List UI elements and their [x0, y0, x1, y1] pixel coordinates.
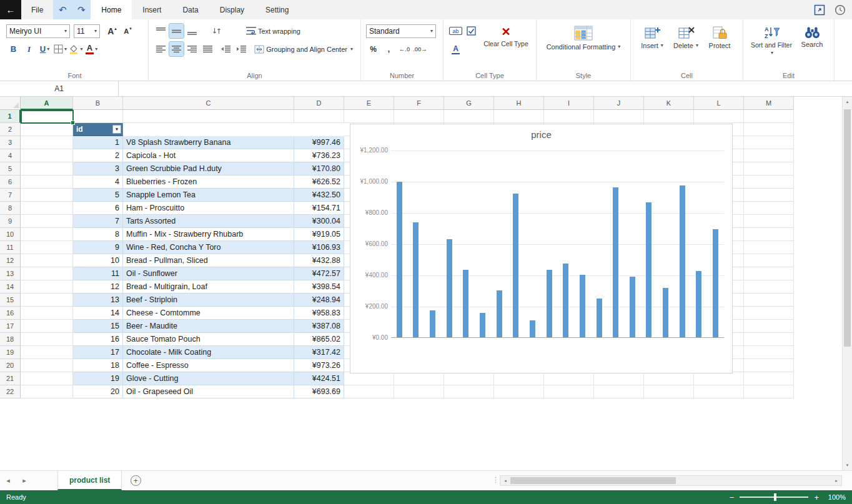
cell-G1[interactable]	[444, 110, 494, 123]
decrease-indent-button[interactable]	[219, 42, 233, 56]
cell-M15[interactable]	[744, 294, 794, 307]
row-header-20[interactable]: 20	[0, 359, 21, 372]
row-header-18[interactable]: 18	[0, 333, 21, 346]
cell-K1[interactable]	[644, 110, 694, 123]
cell-D15[interactable]: ¥248.94	[294, 294, 344, 307]
cell-D19[interactable]: ¥317.42	[294, 346, 344, 359]
cell-I22[interactable]	[544, 385, 594, 398]
cell-C7[interactable]: Snapple Lemon Tea	[123, 189, 294, 202]
zoom-slider[interactable]	[740, 497, 808, 498]
redo-button[interactable]: ↷	[72, 0, 91, 19]
row-header-15[interactable]: 15	[0, 294, 21, 307]
cell-E21[interactable]	[344, 372, 394, 385]
italic-button[interactable]: I	[22, 42, 36, 56]
cell-B21[interactable]: 19	[73, 372, 123, 385]
cell-M2[interactable]	[744, 123, 794, 136]
cell-D12[interactable]: ¥432.88	[294, 254, 344, 267]
bar[interactable]	[397, 182, 402, 337]
row-header-17[interactable]: 17	[0, 320, 21, 333]
cell-C18[interactable]: Sauce Tomato Pouch	[123, 333, 294, 346]
cell-B19[interactable]: 17	[73, 346, 123, 359]
align-right-button[interactable]	[185, 42, 199, 56]
cell-L1[interactable]	[694, 110, 744, 123]
cell-M13[interactable]	[744, 267, 794, 280]
row-header-11[interactable]: 11	[0, 241, 21, 254]
cell-C16[interactable]: Cheese - Comtomme	[123, 307, 294, 320]
cell-M7[interactable]	[744, 189, 794, 202]
align-middle-button[interactable]	[169, 24, 184, 38]
scroll-right-button[interactable]: ▸	[831, 476, 841, 485]
cell-A9[interactable]	[21, 215, 73, 228]
cell-F22[interactable]	[394, 385, 444, 398]
cell-J22[interactable]	[594, 385, 644, 398]
cell-D13[interactable]: ¥472.57	[294, 267, 344, 280]
name-box[interactable]: A1	[0, 81, 119, 96]
cell-B4[interactable]: 2	[73, 149, 123, 162]
cell-B2[interactable]: id▾	[73, 123, 123, 136]
zoom-out-button[interactable]: −	[730, 493, 735, 502]
column-header-B[interactable]: B	[73, 97, 123, 110]
cell-D14[interactable]: ¥398.54	[294, 280, 344, 294]
cell-A16[interactable]	[21, 307, 73, 320]
fill-color-button[interactable]: ▾	[69, 42, 83, 56]
cell-A7[interactable]	[21, 189, 73, 202]
bar[interactable]	[497, 290, 502, 337]
cell-E22[interactable]	[344, 385, 394, 398]
cell-J1[interactable]	[594, 110, 644, 123]
tab-insert[interactable]: Insert	[132, 0, 172, 19]
column-header-D[interactable]: D	[294, 97, 344, 110]
cell-C20[interactable]: Coffee - Espresso	[123, 359, 294, 372]
row-header-21[interactable]: 21	[0, 372, 21, 385]
cell-C22[interactable]: Oil - Grapeseed Oil	[123, 385, 294, 398]
cell-M1[interactable]	[744, 110, 794, 123]
bold-button[interactable]: B	[6, 42, 21, 56]
cell-M3[interactable]	[744, 136, 794, 149]
back-button[interactable]: ←	[0, 0, 21, 19]
column-header-K[interactable]: K	[644, 97, 694, 110]
cell-C6[interactable]: Blueberries - Frozen	[123, 175, 294, 189]
cell-M21[interactable]	[744, 372, 794, 385]
price-chart[interactable]: price¥0.00¥200.00¥400.00¥600.00¥800.00¥1…	[350, 124, 733, 373]
column-header-M[interactable]: M	[744, 97, 794, 110]
row-header-8[interactable]: 8	[0, 202, 21, 215]
cell-D6[interactable]: ¥626.52	[294, 175, 344, 189]
tab-display[interactable]: Display	[209, 0, 255, 19]
cell-M11[interactable]	[744, 241, 794, 254]
filter-button[interactable]: ▾	[112, 125, 121, 134]
cell-C14[interactable]: Bread - Multigrain, Loaf	[123, 280, 294, 294]
cell-A14[interactable]	[21, 280, 73, 294]
cell-G22[interactable]	[444, 385, 494, 398]
column-header-J[interactable]: J	[594, 97, 644, 110]
cell-D17[interactable]: ¥387.08	[294, 320, 344, 333]
vertical-scroll-thumb[interactable]	[844, 109, 851, 347]
row-header-10[interactable]: 10	[0, 228, 21, 241]
bar[interactable]	[646, 202, 651, 337]
cell-C11[interactable]: Wine - Red, Concha Y Toro	[123, 241, 294, 254]
cell-C15[interactable]: Beef - Striploin	[123, 294, 294, 307]
cell-A19[interactable]	[21, 346, 73, 359]
cell-A18[interactable]	[21, 333, 73, 346]
delete-cells-button[interactable]: Delete▾	[670, 23, 702, 69]
cell-D10[interactable]: ¥919.05	[294, 228, 344, 241]
cell-D11[interactable]: ¥106.93	[294, 241, 344, 254]
align-bottom-button[interactable]	[185, 24, 199, 38]
column-header-C[interactable]: C	[123, 97, 294, 110]
cell-A15[interactable]	[21, 294, 73, 307]
cell-M16[interactable]	[744, 307, 794, 320]
cell-A5[interactable]	[21, 162, 73, 175]
column-header-E[interactable]: E	[344, 97, 394, 110]
cell-D9[interactable]: ¥300.04	[294, 215, 344, 228]
cell-M22[interactable]	[744, 385, 794, 398]
maximize-button[interactable]	[811, 0, 828, 19]
cell-A13[interactable]	[21, 267, 73, 280]
add-sheet-button[interactable]: +	[122, 471, 149, 490]
borders-button[interactable]: ▾	[53, 42, 67, 56]
row-header-14[interactable]: 14	[0, 280, 21, 294]
cell-D5[interactable]: ¥170.80	[294, 162, 344, 175]
comma-style-button[interactable]: ,	[382, 42, 396, 56]
font-size-select[interactable]: 11 ▾	[74, 24, 100, 38]
cell-B6[interactable]: 4	[73, 175, 123, 189]
cell-B3[interactable]: 1	[73, 136, 123, 149]
row-header-13[interactable]: 13	[0, 267, 21, 280]
cell-H22[interactable]	[494, 385, 544, 398]
